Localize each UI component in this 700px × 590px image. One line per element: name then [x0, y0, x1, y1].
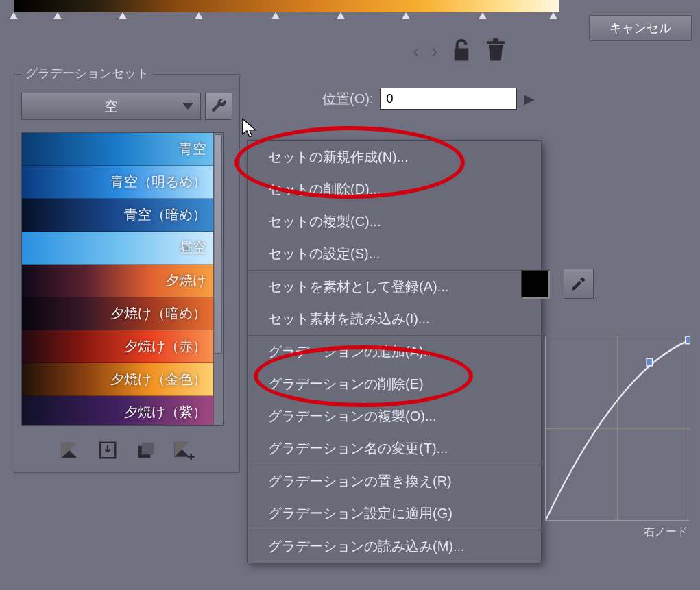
context-menu-item[interactable]: グラデーションの読み込み(M)... — [248, 530, 541, 563]
gradient-preset-label: 夕焼け（金色） — [110, 370, 206, 389]
import-icon[interactable] — [95, 438, 120, 463]
context-menu-item[interactable]: グラデーション設定に適用(G) — [248, 497, 541, 530]
gradient-stop-handle[interactable] — [119, 12, 127, 19]
context-menu-item[interactable]: セットを素材として登録(A)... — [248, 271, 541, 303]
gradient-preset-item[interactable]: 夕焼け — [22, 265, 213, 297]
gradient-preset-item[interactable]: 夕焼け（紫） — [22, 396, 213, 425]
position-play-icon[interactable]: ▶ — [524, 90, 534, 107]
add-gradient-icon[interactable] — [172, 438, 197, 463]
gradient-preset-item[interactable]: 青空 — [22, 133, 213, 166]
history-nav: ‹ › — [413, 38, 507, 65]
gradient-set-dropdown[interactable]: 空 — [21, 93, 201, 120]
preset-scrollbar[interactable] — [213, 133, 223, 425]
tone-curve[interactable] — [545, 336, 690, 521]
svg-rect-4 — [647, 358, 652, 366]
gradient-stop-handle[interactable] — [195, 12, 203, 19]
gradient-stop-handle[interactable] — [337, 12, 345, 19]
gradient-stop-handle[interactable] — [10, 12, 18, 19]
trash-icon[interactable] — [485, 38, 507, 65]
context-menu-item[interactable]: グラデーションの追加(A)... — [248, 336, 541, 368]
chevron-down-icon — [182, 103, 193, 110]
gradient-set-panel: グラデーションセット 空 青空青空（明るめ）青空（暗め）昼空夕焼け夕焼け（暗め）… — [14, 74, 240, 473]
eyedropper-button[interactable] — [564, 269, 594, 299]
svg-rect-3 — [686, 336, 690, 344]
gradient-preset-item[interactable]: 夕焼け（暗め） — [22, 297, 213, 330]
position-input[interactable] — [380, 88, 517, 110]
preset-toolbar — [21, 438, 232, 463]
gradient-stop-handle[interactable] — [271, 12, 280, 19]
preset-scrollbar-thumb[interactable] — [215, 134, 222, 354]
eyedropper-icon — [570, 275, 588, 293]
context-menu-item[interactable]: セットの複製(C)... — [248, 206, 541, 238]
gradient-set-context-menu: セットの新規作成(N)...セットの削除(D)...セットの複製(C)...セッ… — [247, 140, 542, 563]
gradient-set-options-button[interactable] — [205, 93, 232, 120]
duplicate-icon[interactable] — [134, 438, 158, 463]
gradient-set-panel-title: グラデーションセット — [21, 65, 153, 82]
gradient-preset-label: 青空 — [179, 140, 206, 158]
gradient-preset-item[interactable]: 夕焼け（赤） — [22, 330, 213, 363]
gradient-preset-item[interactable]: 昼空 — [22, 232, 213, 265]
curve-right-node-label: 右ノード — [545, 525, 690, 539]
color-swatch[interactable] — [521, 270, 550, 299]
context-menu-item[interactable]: セットの削除(D)... — [248, 173, 541, 206]
gradient-set-selected-label: 空 — [104, 97, 118, 116]
cancel-button[interactable]: キャンセル — [589, 15, 692, 41]
context-menu-item[interactable]: グラデーションの置き換え(R) — [248, 465, 541, 497]
mouse-cursor-icon — [241, 118, 259, 138]
gradient-preview-bar[interactable] — [14, 0, 559, 12]
gradient-preset-list: 青空青空（明るめ）青空（暗め）昼空夕焼け夕焼け（暗め）夕焼け（赤）夕焼け（金色）… — [21, 132, 224, 426]
gradient-stop-handle[interactable] — [549, 12, 557, 19]
gradient-preset-item[interactable]: 青空（暗め） — [22, 199, 213, 232]
redo-arrow-icon[interactable]: › — [431, 40, 437, 62]
position-row: 位置(O): ▶ — [322, 88, 534, 110]
gradient-stop-handle[interactable] — [402, 12, 410, 19]
gradient-preset-label: 昼空 — [179, 238, 206, 257]
context-menu-item[interactable]: グラデーションの削除(E) — [248, 368, 541, 400]
apply-gradient-icon[interactable] — [57, 438, 82, 463]
gradient-preset-label: 夕焼け — [165, 271, 206, 290]
position-label: 位置(O): — [322, 90, 373, 108]
gradient-preset-item[interactable]: 青空（明るめ） — [22, 166, 213, 199]
context-menu-item[interactable]: セットの新規作成(N)... — [248, 141, 541, 173]
gradient-stop-handle[interactable] — [53, 12, 62, 19]
context-menu-item[interactable]: セットの設定(S)... — [248, 238, 541, 270]
gradient-preset-label: 夕焼け（赤） — [124, 337, 206, 356]
gradient-preset-label: 青空（暗め） — [124, 206, 206, 224]
context-menu-item[interactable]: グラデーションの複製(O)... — [248, 400, 541, 432]
gradient-preset-label: 夕焼け（紫） — [124, 403, 206, 421]
gradient-stop-handle[interactable] — [479, 12, 487, 19]
context-menu-item[interactable]: グラデーション名の変更(T)... — [248, 432, 541, 465]
curve-panel: 右ノード — [545, 336, 690, 541]
undo-arrow-icon[interactable]: ‹ — [413, 40, 419, 62]
context-menu-item[interactable]: セット素材を読み込み(I)... — [248, 303, 541, 335]
gradient-preset-label: 青空（明るめ） — [110, 173, 206, 191]
gradient-stops-row[interactable] — [14, 12, 559, 21]
svg-rect-2 — [142, 443, 154, 455]
wrench-icon — [210, 97, 228, 115]
lock-icon[interactable] — [450, 38, 472, 65]
gradient-preset-label: 夕焼け（暗め） — [110, 304, 206, 323]
gradient-preset-item[interactable]: 夕焼け（金色） — [22, 363, 213, 396]
